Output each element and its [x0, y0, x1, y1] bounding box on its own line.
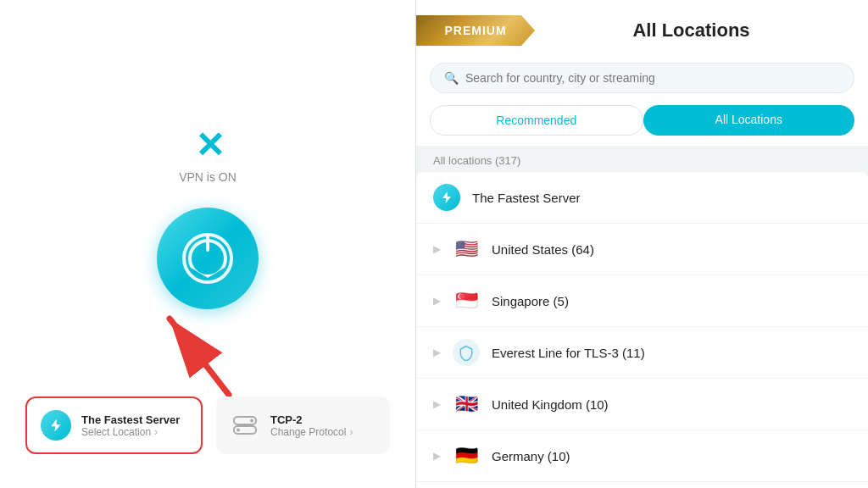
arrow-indicator [136, 293, 246, 403]
right-header: PREMIUM All Locations [416, 0, 868, 56]
protocol-chevron-icon: › [349, 426, 353, 438]
location-card-text: The Fastest Server Select Location › [81, 413, 187, 438]
tab-recommended[interactable]: Recommended [430, 105, 643, 136]
list-item[interactable]: ▶ 🇩🇪 Germany (10) [416, 430, 868, 481]
location-name: Germany (10) [492, 449, 851, 463]
protocol-card-subtitle: Change Protocol › [270, 426, 376, 438]
expand-icon: ▶ [433, 295, 441, 307]
expand-icon: ▶ [433, 450, 441, 462]
vpn-status: VPN is ON [179, 170, 236, 184]
location-chevron-icon: › [154, 426, 158, 438]
premium-badge[interactable]: PREMIUM [416, 15, 535, 46]
uk-flag: 🇬🇧 [453, 391, 480, 418]
svg-point-4 [250, 419, 253, 423]
expand-icon: ▶ [433, 398, 441, 410]
search-bar: 🔍 [416, 56, 868, 105]
power-button[interactable] [157, 208, 259, 309]
location-name: United States (64) [492, 242, 851, 257]
location-card[interactable]: The Fastest Server Select Location › [25, 396, 203, 454]
locations-list: The Fastest Server ▶ 🇺🇸 United States (6… [416, 172, 868, 488]
protocol-card-text: TCP-2 Change Protocol › [270, 413, 376, 438]
protocol-card[interactable]: TCP-2 Change Protocol › [216, 396, 390, 454]
app-logo [195, 128, 221, 164]
list-item[interactable]: ▶ 🇺🇸 United States (64) [416, 224, 868, 274]
expand-icon: ▶ [433, 347, 441, 358]
bottom-cards: The Fastest Server Select Location › TCP… [25, 396, 390, 454]
protocol-icon [230, 410, 260, 441]
power-button-wrapper [157, 208, 259, 309]
search-input-wrapper: 🔍 [430, 63, 854, 93]
shield-flag [453, 339, 480, 366]
location-card-subtitle: Select Location › [81, 426, 187, 438]
location-icon-circle [41, 410, 71, 441]
tab-all-locations[interactable]: All Locations [643, 105, 855, 136]
us-flag: 🇺🇸 [453, 236, 480, 263]
search-icon: 🔍 [444, 71, 459, 85]
protocol-card-title: TCP-2 [270, 413, 376, 426]
list-item[interactable]: ▶ Everest Line for TLS-3 (11) [416, 327, 868, 378]
power-icon [182, 233, 233, 284]
location-name: United Kingdom (10) [492, 397, 851, 412]
search-input[interactable] [465, 71, 840, 85]
svg-point-5 [236, 429, 240, 432]
expand-icon: ▶ [433, 243, 441, 255]
right-panel: PREMIUM All Locations 🔍 Recommended All … [415, 0, 868, 488]
location-name: Singapore (5) [492, 294, 851, 308]
locations-count: All locations (317) [416, 146, 868, 172]
location-name: The Fastest Server [472, 191, 851, 205]
svg-line-1 [170, 319, 229, 395]
fastest-server-icon [433, 184, 460, 211]
de-flag: 🇩🇪 [453, 442, 480, 469]
all-locations-title: All Locations [535, 19, 848, 42]
location-name: Everest Line for TLS-3 (11) [492, 346, 851, 360]
list-item[interactable]: ▶ 🇬🇧 United Kingdom (10) [416, 379, 868, 430]
tabs-row: Recommended All Locations [416, 105, 868, 146]
sg-flag: 🇸🇬 [453, 287, 480, 314]
list-item[interactable]: ▶ 🇸🇬 Singapore (5) [416, 275, 868, 326]
list-item[interactable]: The Fastest Server [416, 172, 868, 223]
lightning-icon [48, 418, 64, 433]
list-item[interactable]: ▶ 🇦🇷 Argentina [416, 482, 868, 488]
left-panel: VPN is ON The Fastest Server [0, 0, 415, 488]
location-card-title: The Fastest Server [81, 413, 187, 426]
